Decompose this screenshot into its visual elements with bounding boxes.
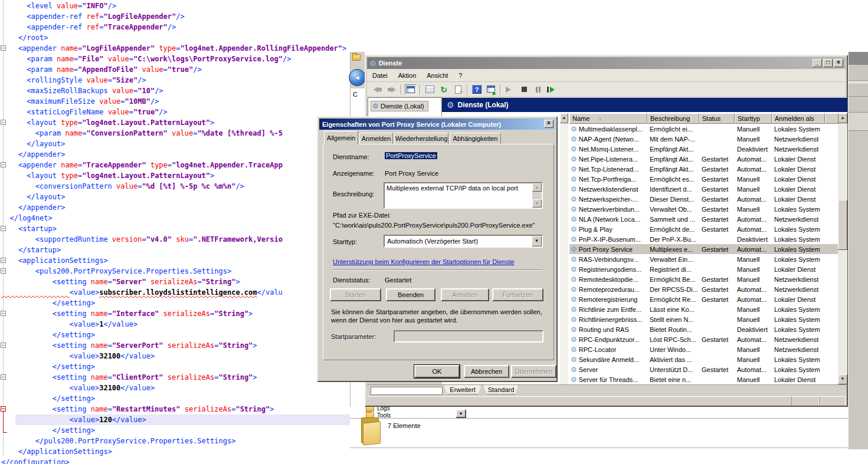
tree-item-dienste-lokal[interactable]: ⚙ Dienste (Lokal) (371, 101, 428, 111)
fold-marker-icon[interactable] (1, 343, 6, 348)
service-row[interactable]: ⚙Net.Tcp-Portfreiga...Ermöglicht es...Ge… (569, 174, 838, 184)
starttyp-select[interactable]: Automatisch (Verzögerter Start) ▼ (384, 235, 543, 248)
service-row[interactable]: ⚙Plug & PlayErmöglicht de...GestartetAut… (569, 224, 838, 234)
scroll-up-button[interactable]: ▲ (838, 113, 847, 123)
abbrechen-button[interactable]: Abbrechen (464, 365, 509, 378)
column-header-anmelden-als[interactable]: Anmelden als (772, 113, 825, 124)
menu-item-aktion[interactable]: Aktion (393, 70, 422, 81)
service-row[interactable]: ⚙RemoteregistrierungErmöglicht Re...Gest… (569, 294, 838, 304)
service-row[interactable]: ⚙Multimediaklassenpl...Ermöglicht ei...M… (569, 124, 838, 134)
show-console-tree-icon[interactable] (404, 84, 418, 96)
service-row[interactable]: ⚙Remoteprozedurau...Der RPCSS-Di...Gesta… (569, 284, 838, 294)
service-status-cell (699, 344, 735, 354)
service-row[interactable]: ⚙ServerUnterstützt D...GestartetAutomat.… (569, 364, 838, 374)
start-service-icon[interactable] (503, 84, 517, 96)
close-icon[interactable]: × (544, 120, 553, 128)
service-row[interactable]: ⚙RPC-LocatorUnter Windo...ManuellNetzwer… (569, 344, 838, 354)
fold-marker-icon[interactable] (1, 226, 6, 231)
toolbar-separator (420, 84, 421, 95)
service-logonas-cell: Netzwerkdienst (772, 134, 825, 144)
tab-abhaengigkeiten[interactable]: Abhängigkeiten (450, 133, 501, 144)
tab-wiederherstellung[interactable]: Wiederherstellung (394, 133, 448, 144)
properties-icon[interactable] (422, 84, 437, 96)
dialog-titlebar[interactable]: Eigenschaften von Port Proxy Service (Lo… (319, 119, 555, 130)
beenden-button[interactable]: Beenden (386, 288, 435, 301)
scrollbar-thumb[interactable] (838, 200, 847, 250)
fold-marker-icon[interactable] (1, 162, 6, 167)
service-row[interactable]: ⚙Netzwerkspeicher-...Dieser Dienst...Ges… (569, 194, 838, 204)
column-header-starttyp[interactable]: Starttyp (735, 113, 772, 124)
ok-button[interactable]: OK (414, 365, 460, 378)
service-row[interactable]: ⚙Richtlinie zum Entfe...Lässt eine Ko...… (569, 304, 838, 314)
pause-service-icon[interactable] (531, 84, 545, 96)
fold-marker-icon[interactable] (1, 311, 6, 316)
explorer-back-button[interactable]: ◄ (349, 69, 366, 86)
arrow-up-icon: ▲ (840, 115, 845, 120)
cell-text: Empfängt Akt... (650, 156, 694, 163)
service-row[interactable]: ⚙NetzwerklistendienstIdentifiziert d...G… (569, 184, 838, 194)
service-row[interactable]: ⚙NAP-Agent (Netwo...Mit dem NAP-...Manue… (569, 134, 838, 144)
scroll-up-button[interactable]: ▲ (560, 113, 568, 123)
combo-dropdown-button[interactable]: ▼ (532, 236, 542, 246)
stop-service-icon[interactable] (517, 84, 531, 96)
service-row[interactable]: ⚙Net.Msmq-Listener...Empfängt Akt...Deak… (569, 144, 838, 154)
tab-standard[interactable]: Standard (483, 385, 519, 394)
fold-marker-icon[interactable] (1, 374, 6, 380)
service-row[interactable]: ⚙Netzwerkverbindun...Verwaltet Ob...Gest… (569, 204, 838, 214)
changed-fold-marker-icon[interactable] (1, 406, 6, 412)
close-button[interactable]: × (834, 59, 843, 67)
tab-anmelden[interactable]: Anmelden (359, 133, 393, 144)
code-editor[interactable]: <level value="INFO"/> <appender-ref ref=… (0, 1, 361, 464)
service-name-cell: ⚙Remoteregistrierung (569, 294, 647, 304)
service-stub-cell (825, 274, 838, 284)
fold-marker-icon[interactable] (1, 120, 6, 125)
menu-item-ansicht[interactable]: Ansicht (421, 70, 453, 81)
service-name-cell: ⚙RAS-Verbindungsv... (569, 254, 647, 264)
fold-marker-icon[interactable] (1, 268, 6, 274)
service-row-selected[interactable]: ⚙Port Proxy ServiceMultiplexes e...Gesta… (569, 244, 838, 254)
tab-erweitert[interactable]: Erweitert (444, 385, 482, 394)
back-arrow-icon[interactable] (371, 84, 385, 96)
cell-text: Automat... (737, 296, 767, 303)
scroll-down-button[interactable]: ▼ (532, 199, 542, 208)
tab-allgemein[interactable]: Allgemein (324, 131, 358, 144)
description-pane-scrollbar[interactable]: ▲ (560, 113, 568, 384)
service-row[interactable]: ⚙NLA (Network Loca...Sammelt und ...Gest… (569, 214, 838, 224)
column-header-status[interactable]: Status (699, 113, 735, 124)
scroll-up-button[interactable]: ▲ (532, 183, 542, 192)
service-row[interactable]: ⚙Sekundäre Anmeld...Aktiviert das ...Man… (569, 354, 838, 364)
service-row[interactable]: ⚙RPC-Endpunktzuor...Löst RPC-Sch...Gesta… (569, 334, 838, 344)
minimize-button[interactable]: _ (813, 59, 822, 67)
fold-marker-icon[interactable] (1, 45, 6, 51)
service-row[interactable]: ⚙Richtlinienergebniss...Stellt einen N..… (569, 314, 838, 324)
column-header-name[interactable]: Name▲ (569, 113, 647, 124)
menu-item-hilfe[interactable]: ? (453, 70, 467, 81)
startoptionen-link[interactable]: Unterstützung beim Konfigurieren der Sta… (333, 258, 515, 265)
dienste-titlebar[interactable]: ⚙ Dienste _ □ × (367, 57, 846, 69)
service-row[interactable]: ⚙PnP-X-IP-Busenum...Der PnP-X-Bu...Deakt… (569, 234, 838, 244)
service-row[interactable]: ⚙RAS-Verbindungsv...Verwaltet Ein...Manu… (569, 254, 838, 264)
export-list-icon[interactable]: → (451, 84, 465, 96)
scroll-down-button[interactable]: ▼ (838, 374, 847, 384)
restart-service-icon[interactable] (545, 84, 559, 96)
maximize-button[interactable]: □ (823, 59, 833, 67)
service-row[interactable]: ⚙Net.Tcp-Listenerad...Empfängt Akt...Ges… (569, 164, 838, 174)
service-description-cell: Bietet Routin... (647, 324, 699, 334)
code-line: </setting> (0, 361, 361, 372)
new-window-icon[interactable]: ▶ (484, 84, 498, 96)
description-scrollbar[interactable]: ▲ ▼ (532, 183, 542, 208)
services-scrollbar[interactable]: ▲ ▼ (838, 113, 847, 384)
service-row[interactable]: ⚙Routing und RASBietet Routin...Deaktivi… (569, 324, 838, 334)
refresh-icon[interactable]: ↻ (437, 84, 451, 96)
help-icon[interactable]: ? (470, 84, 484, 96)
menu-item-datei[interactable]: Datei (367, 70, 393, 81)
fold-marker-icon[interactable] (1, 258, 6, 263)
service-row[interactable]: ⚙Net.Pipe-Listenera...Empfängt Akt...Ges… (569, 154, 838, 164)
explorer-dropdown-button[interactable]: ▼ (456, 409, 466, 418)
description-field[interactable]: Multiplexes external TCP/IP data on loca… (384, 182, 543, 209)
service-row[interactable]: ⚙Registrierungsdiens...Registriert di...… (569, 264, 838, 274)
column-header-beschreibung[interactable]: Beschreibung (647, 113, 699, 124)
service-row[interactable]: ⚙Remotedesktopdie...Ermöglicht Be...Gest… (569, 274, 838, 284)
forward-arrow-icon[interactable] (385, 84, 399, 96)
service-row[interactable]: ⚙Server für Threads...Bietet eine n...Ma… (569, 374, 838, 384)
